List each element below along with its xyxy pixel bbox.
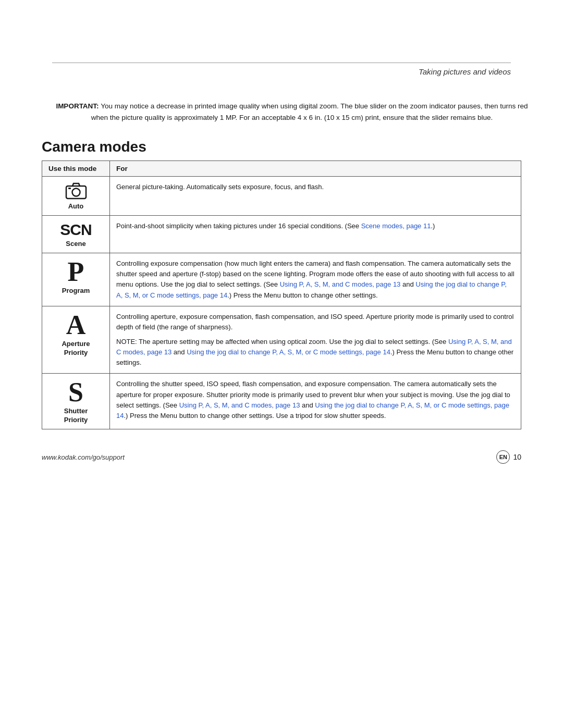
program-description-end: .) Press the Menu button to change other…	[227, 291, 377, 299]
aperture-icon: A	[66, 312, 86, 339]
program-description-mid: and	[400, 280, 415, 288]
program-for-cell: Controlling exposure compensation (how m…	[110, 253, 521, 306]
important-block: IMPORTANT: You may notice a decrease in …	[52, 101, 532, 123]
shutter-label-line1: Shutter	[64, 407, 88, 415]
program-icon: P	[68, 258, 84, 286]
auto-description: General picture-taking. Automatically se…	[116, 183, 324, 191]
aperture-description-main: Controlling aperture, exposure compensat…	[116, 313, 513, 331]
table-header-row: Use this mode For	[42, 161, 521, 177]
shutter-description-end: .) Press the Menu button to change other…	[124, 412, 386, 419]
svg-rect-2	[68, 188, 71, 189]
shutter-icon: S	[68, 379, 83, 406]
aperture-for-cell: Controlling aperture, exposure compensat…	[110, 306, 521, 374]
table-row: Auto General picture-taking. Automatical…	[42, 177, 521, 216]
important-content: You may notice a decrease in printed ima…	[91, 102, 528, 121]
modes-table: Use this mode For	[42, 161, 521, 429]
top-section: Taking pictures and videos	[0, 0, 563, 101]
svg-point-1	[72, 189, 80, 196]
table-row: P Program Controlling exposure compensat…	[42, 253, 521, 306]
auto-label: Auto	[68, 202, 84, 210]
footer-url: www.kodak.com/go/support	[42, 453, 125, 461]
aperture-note-mid: and	[172, 348, 187, 356]
table-row: S Shutter Priority Controlling the shutt…	[42, 374, 521, 429]
shutter-for-cell: Controlling the shutter speed, ISO speed…	[110, 374, 521, 429]
program-mode-cell: P Program	[42, 253, 110, 306]
shutter-mode-cell: S Shutter Priority	[42, 374, 110, 429]
program-link1[interactable]: Using P, A, S, M, and C modes, page 13	[280, 280, 401, 288]
scene-for-cell: Point-and-shoot simplicity when taking p…	[110, 216, 521, 253]
aperture-mode-content: A Aperture Priority	[48, 312, 103, 356]
section-header-title: Taking pictures and videos	[419, 67, 511, 76]
scn-icon: SCN	[60, 221, 91, 239]
section-header: Taking pictures and videos	[52, 63, 511, 77]
important-text: IMPORTANT: You may notice a decrease in …	[52, 101, 532, 123]
col2-header: For	[110, 161, 521, 177]
table-row: A Aperture Priority Controlling aperture…	[42, 306, 521, 374]
program-mode-content: P Program	[48, 258, 103, 294]
aperture-note: NOTE: The aperture setting may be affect…	[116, 337, 515, 368]
aperture-label-line1: Aperture	[62, 340, 90, 348]
col1-header: Use this mode	[42, 161, 110, 177]
auto-mode-cell: Auto	[42, 177, 110, 216]
table-row: SCN Scene Point-and-shoot simplicity whe…	[42, 216, 521, 253]
auto-for-cell: General picture-taking. Automatically se…	[110, 177, 521, 216]
scene-mode-cell: SCN Scene	[42, 216, 110, 253]
footer-page: EN 10	[496, 450, 521, 464]
scene-description-end: .)	[431, 222, 435, 230]
camera-icon	[65, 182, 87, 201]
scene-label: Scene	[66, 240, 85, 248]
shutter-description-mid: and	[300, 401, 315, 409]
shutter-mode-content: S Shutter Priority	[48, 379, 103, 424]
shutter-label-line2: Priority	[64, 416, 88, 424]
camera-modes-title: Camera modes	[42, 139, 521, 155]
scene-mode-content: SCN Scene	[48, 221, 103, 248]
shutter-link1[interactable]: Using P, A, S, M, and C modes, page 13	[179, 401, 300, 409]
scene-description-plain: Point-and-shoot simplicity when taking p…	[116, 222, 361, 230]
scene-link[interactable]: Scene modes, page 11	[361, 222, 431, 230]
aperture-label-line2: Priority	[64, 349, 88, 356]
important-label: IMPORTANT:	[56, 102, 99, 110]
page-container: Taking pictures and videos IMPORTANT: Yo…	[0, 0, 563, 728]
aperture-note-link2[interactable]: Using the jog dial to change P, A, S, M,…	[187, 348, 390, 356]
auto-mode-content: Auto	[48, 182, 103, 210]
aperture-mode-cell: A Aperture Priority	[42, 306, 110, 374]
en-badge: EN	[496, 450, 510, 464]
program-label: Program	[62, 287, 90, 294]
footer: www.kodak.com/go/support EN 10	[42, 450, 521, 464]
page-number: 10	[513, 453, 521, 461]
aperture-note-plain: NOTE: The aperture setting may be affect…	[116, 338, 448, 346]
camera-modes-section: Camera modes Use this mode For	[42, 139, 521, 429]
